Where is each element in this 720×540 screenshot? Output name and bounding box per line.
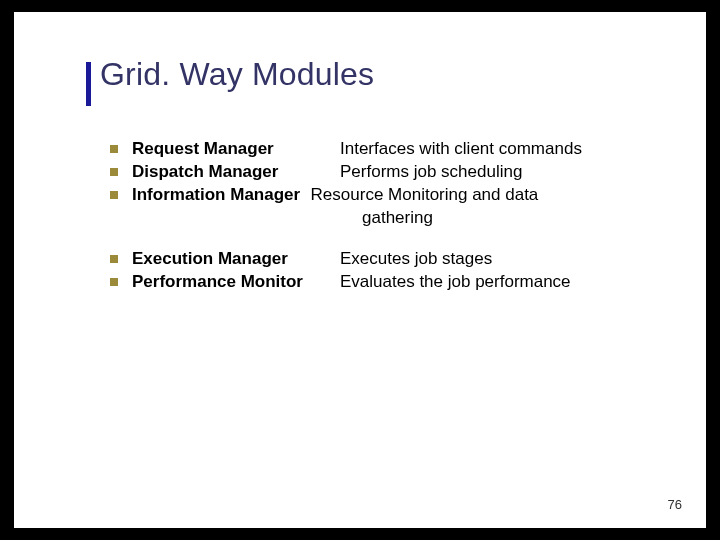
bullet-item: Information Manager Resource Monitoring … <box>110 184 670 230</box>
bullet-group-2: Execution Manager Executes job stages Pe… <box>110 248 670 294</box>
module-desc-cont: gathering <box>362 207 670 230</box>
bullet-item: Execution Manager Executes job stages <box>110 248 670 271</box>
module-desc: Interfaces with client commands <box>340 138 582 161</box>
square-bullet-icon <box>110 191 118 199</box>
slide-title: Grid. Way Modules <box>100 56 374 93</box>
bullet-item: Performance Monitor Evaluates the job pe… <box>110 271 670 294</box>
module-line: Information Manager Resource Monitoring … <box>132 184 670 230</box>
title-accent-bar <box>86 62 91 106</box>
slide: Grid. Way Modules Request Manager Interf… <box>14 12 706 528</box>
module-name: Performance Monitor <box>132 271 340 294</box>
module-desc: Resource Monitoring and data <box>311 185 539 204</box>
bullet-item: Request Manager Interfaces with client c… <box>110 138 670 161</box>
bullet-group-1: Request Manager Interfaces with client c… <box>110 138 670 230</box>
slide-body: Request Manager Interfaces with client c… <box>110 138 670 312</box>
module-name: Dispatch Manager <box>132 161 340 184</box>
module-desc: Evaluates the job performance <box>340 271 571 294</box>
title-block: Grid. Way Modules <box>86 56 374 93</box>
square-bullet-icon <box>110 255 118 263</box>
module-name: Execution Manager <box>132 248 340 271</box>
module-desc: Performs job scheduling <box>340 161 522 184</box>
module-desc: Executes job stages <box>340 248 492 271</box>
page-number: 76 <box>668 497 682 512</box>
module-name: Information Manager <box>132 185 300 204</box>
module-name: Request Manager <box>132 138 340 161</box>
square-bullet-icon <box>110 145 118 153</box>
square-bullet-icon <box>110 278 118 286</box>
bullet-item: Dispatch Manager Performs job scheduling <box>110 161 670 184</box>
square-bullet-icon <box>110 168 118 176</box>
